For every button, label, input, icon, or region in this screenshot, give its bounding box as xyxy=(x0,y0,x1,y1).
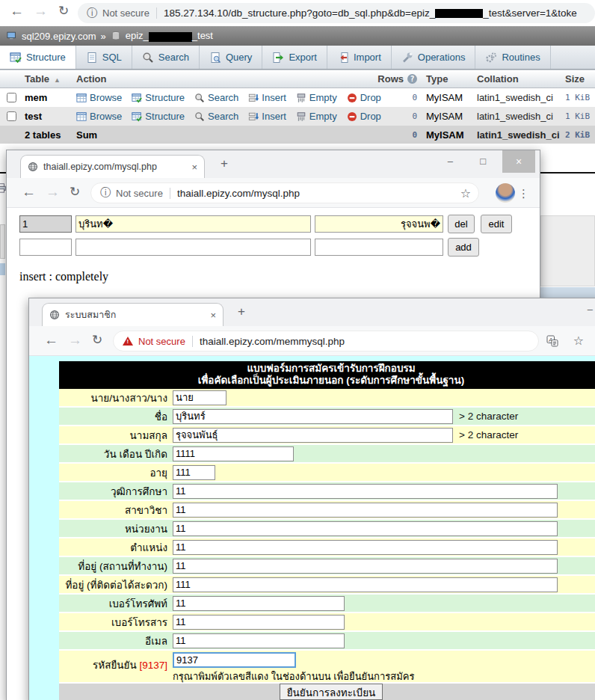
popup-window-memmysql: ระบบสมาชิก × + – ← → ↻ Not secure thaial… xyxy=(28,298,595,700)
field-input[interactable] xyxy=(173,503,558,518)
minimize-icon[interactable]: – xyxy=(448,156,453,167)
form-row: อายุ xyxy=(59,464,595,482)
new-tab-icon[interactable]: + xyxy=(238,304,245,319)
back-icon[interactable]: ← xyxy=(10,3,24,19)
field-input[interactable] xyxy=(173,390,226,405)
pma-tab-query[interactable]: Query xyxy=(200,46,262,69)
action-link-browse[interactable]: Browse xyxy=(76,92,122,103)
field-input[interactable] xyxy=(173,465,215,480)
action-link-structure[interactable]: Structure xyxy=(132,92,185,103)
field-label: สาขาวิชา xyxy=(59,502,171,518)
row-checkbox[interactable] xyxy=(7,93,16,102)
main-browser-toolbar: ← → ↻ ⓘ Not secure 185.27.134.10/db_stru… xyxy=(0,0,595,26)
new-name-field[interactable] xyxy=(75,239,311,256)
info-icon[interactable]: ⓘ xyxy=(100,186,111,200)
edit-button[interactable]: edit xyxy=(481,215,512,233)
record-surname-field[interactable] xyxy=(315,215,443,233)
field-input[interactable] xyxy=(173,633,345,648)
header-type[interactable]: Type xyxy=(426,73,477,85)
field-input[interactable] xyxy=(173,540,558,555)
field-input[interactable] xyxy=(173,521,558,536)
new-surname-field[interactable] xyxy=(315,239,443,256)
record-id-field[interactable] xyxy=(19,215,72,233)
field-input[interactable] xyxy=(173,559,558,574)
help-icon[interactable]: ? xyxy=(407,74,417,84)
window2-tab[interactable]: ระบบสมาชิก × xyxy=(42,303,223,326)
record-name-field[interactable] xyxy=(75,215,311,233)
row-checkbox[interactable] xyxy=(7,111,16,121)
action-link-empty[interactable]: Empty xyxy=(296,111,337,122)
breadcrumb-database[interactable]: epiz__test xyxy=(126,30,213,41)
pma-tab-import[interactable]: Import xyxy=(327,46,392,69)
url-text: thaiall.epizy.com/mysql.php xyxy=(177,188,300,199)
breadcrumb-server[interactable]: sql209.epizy.com xyxy=(22,31,96,42)
window2-titlebar[interactable]: ระบบสมาชิก × + – xyxy=(29,298,595,326)
pma-tab-routines[interactable]: Routines xyxy=(475,46,550,69)
field-label: หน่วยงาน xyxy=(59,521,171,537)
field-label: นาย/นางสาว/นาง xyxy=(59,390,171,406)
info-icon[interactable]: ⓘ xyxy=(87,7,97,20)
pma-tab-search[interactable]: Search xyxy=(132,46,200,69)
structure-icon xyxy=(132,111,142,122)
menu-dots-icon[interactable]: ⋮ xyxy=(518,187,529,200)
translate-icon[interactable]: A xyxy=(546,335,558,347)
sum-label: Sum xyxy=(76,129,372,141)
pma-tab-structure[interactable]: Structure xyxy=(0,46,76,69)
header-rows[interactable]: Rows? xyxy=(372,73,426,85)
reload-icon[interactable]: ↻ xyxy=(70,184,80,200)
field-input[interactable] xyxy=(173,428,453,443)
header-size[interactable]: Size xyxy=(565,73,595,85)
new-id-field[interactable] xyxy=(19,239,72,256)
minimize-icon[interactable]: – xyxy=(588,304,593,315)
table-name[interactable]: test xyxy=(22,111,76,122)
pma-tab-export[interactable]: Export xyxy=(262,46,327,69)
globe-icon xyxy=(28,162,38,172)
pma-tab-operations[interactable]: Operations xyxy=(392,46,476,69)
maximize-icon[interactable]: □ xyxy=(480,156,486,167)
field-input[interactable] xyxy=(173,484,558,499)
field-input[interactable] xyxy=(173,615,345,630)
profile-avatar[interactable] xyxy=(496,183,515,203)
address-bar[interactable]: Not secure thaiall.epizy.com/memmysql.ph… xyxy=(113,331,539,351)
del-button[interactable]: del xyxy=(448,215,475,233)
table-row: testBrowseStructureSearchInsertEmptyDrop… xyxy=(0,107,595,126)
field-input[interactable] xyxy=(173,577,558,592)
browse-icon xyxy=(76,93,87,103)
captcha-input[interactable] xyxy=(173,652,296,668)
table-row: memBrowseStructureSearchInsertEmptyDrop0… xyxy=(0,88,595,107)
field-input[interactable] xyxy=(173,409,453,424)
field-input[interactable] xyxy=(173,446,294,461)
bookmark-star-icon[interactable]: ☆ xyxy=(573,334,584,348)
action-link-search[interactable]: Search xyxy=(194,111,238,122)
tab-close-icon[interactable]: × xyxy=(191,162,197,173)
add-button[interactable]: add xyxy=(448,238,479,257)
back-icon[interactable]: ← xyxy=(22,184,36,200)
action-link-search[interactable]: Search xyxy=(194,92,238,103)
reload-icon[interactable]: ↻ xyxy=(92,332,102,348)
window1-tab[interactable]: thaiall.epizy.com/mysql.php × xyxy=(20,155,205,178)
action-label: Search xyxy=(208,92,238,103)
status-text: insert : completely xyxy=(19,270,108,283)
reload-icon[interactable]: ↻ xyxy=(58,3,69,19)
action-link-browse[interactable]: Browse xyxy=(76,111,122,122)
new-tab-icon[interactable]: + xyxy=(221,156,228,171)
submit-button[interactable]: ยืนยันการลงทะเบียน xyxy=(280,684,383,700)
close-window-icon[interactable]: × xyxy=(502,150,535,173)
field-label: เบอร์โทรสาร xyxy=(59,614,171,630)
form-row: เบอร์โทรสาร xyxy=(59,613,595,632)
header-table[interactable]: Table▲ xyxy=(22,73,76,85)
action-link-insert[interactable]: Insert xyxy=(248,111,286,122)
action-link-structure[interactable]: Structure xyxy=(132,111,185,122)
field-input[interactable] xyxy=(173,596,345,611)
tab-close-icon[interactable]: × xyxy=(210,310,216,321)
address-bar[interactable]: ⓘ Not secure 185.27.134.10/db_structure.… xyxy=(78,3,595,23)
back-icon[interactable]: ← xyxy=(44,332,58,349)
bookmark-star-icon[interactable]: ☆ xyxy=(460,186,471,200)
address-bar[interactable]: ⓘ Not secure thaiall.epizy.com/mysql.php… xyxy=(90,182,479,203)
table-name[interactable]: mem xyxy=(22,92,76,103)
window1-titlebar[interactable]: thaiall.epizy.com/mysql.php × + – □ × xyxy=(7,150,540,178)
pma-tab-sql[interactable]: SQL xyxy=(76,46,132,69)
header-collation[interactable]: Collation xyxy=(477,73,565,85)
action-link-empty[interactable]: Empty xyxy=(296,92,337,103)
action-link-insert[interactable]: Insert xyxy=(248,92,286,103)
